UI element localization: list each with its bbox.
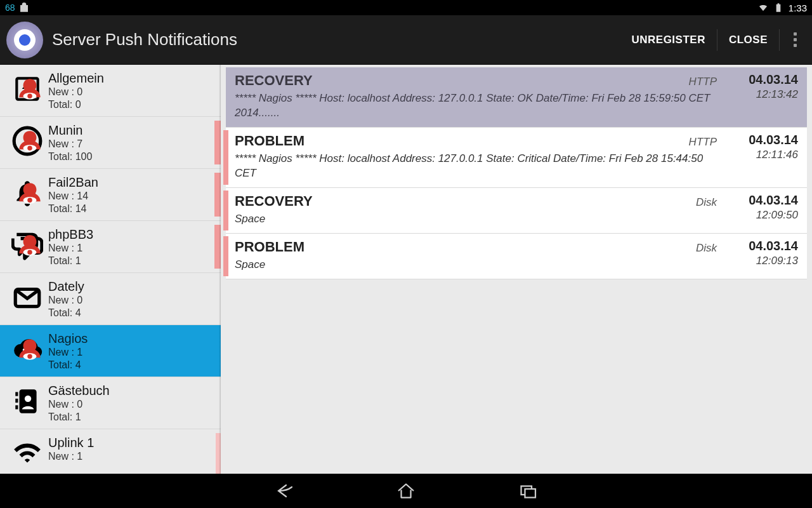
app-logo-icon bbox=[6, 22, 43, 58]
notification-time: 12:13:42 bbox=[730, 88, 798, 101]
sidebar-item-total: Total: 0 bbox=[48, 98, 214, 111]
notification-time: 12:09:13 bbox=[730, 255, 798, 267]
sidebar-item-total: Total: 4 bbox=[48, 359, 214, 371]
sidebar-item-name: Uplink 1 bbox=[48, 436, 214, 450]
sidebar-item-g-stebuch[interactable]: GästebuchNew : 0Total: 1 bbox=[0, 377, 221, 429]
play-store-icon bbox=[19, 3, 29, 13]
sidebar-item-name: Dately bbox=[48, 279, 214, 294]
notification-list: RECOVERYHTTP***** Nagios ***** Host: loc… bbox=[221, 65, 812, 474]
notification-date: 04.03.14 bbox=[730, 193, 798, 208]
status-time: 1:33 bbox=[789, 3, 807, 13]
eye-badge-icon bbox=[14, 337, 46, 368]
sidebar-item-new: New : 7 bbox=[48, 138, 214, 150]
notification-row[interactable]: PROBLEMDiskSpace04.03.1412:09:13 bbox=[226, 234, 807, 279]
eye-badge-icon bbox=[14, 180, 46, 212]
cloud-icon bbox=[6, 330, 48, 368]
notification-count: 68 bbox=[5, 3, 15, 13]
mail-icon bbox=[6, 278, 48, 316]
notification-body: ***** Nagios ***** Host: localhost Addre… bbox=[235, 152, 722, 181]
sidebar-item-name: phpBB3 bbox=[48, 227, 214, 242]
sidebar-item-fail2ban[interactable]: Fail2BanNew : 14Total: 14 bbox=[0, 169, 221, 221]
sidebar-item-name: Allgemein bbox=[48, 71, 214, 86]
eye-badge-icon bbox=[14, 232, 46, 264]
battery-icon bbox=[773, 3, 783, 13]
back-button[interactable] bbox=[271, 478, 298, 504]
notification-tag: Disk bbox=[696, 196, 722, 209]
close-button[interactable]: CLOSE bbox=[717, 34, 779, 46]
notification-body: Space bbox=[235, 258, 722, 272]
notification-date: 04.03.14 bbox=[730, 72, 798, 87]
sidebar-item-new: New : 0 bbox=[48, 86, 214, 98]
sidebar-item-name: Fail2Ban bbox=[48, 175, 214, 190]
wifi-icon bbox=[6, 434, 48, 472]
sidebar-item-new: New : 14 bbox=[48, 190, 214, 203]
sidebar-item-munin[interactable]: MuninNew : 7Total: 100 bbox=[0, 117, 221, 169]
wifi-icon bbox=[758, 3, 768, 13]
alert-icon bbox=[6, 122, 48, 160]
sidebar-item-nagios[interactable]: NagiosNew : 1Total: 4 bbox=[0, 325, 221, 377]
notification-tag: HTTP bbox=[689, 76, 722, 88]
notification-title: PROBLEM bbox=[235, 133, 304, 149]
sidebar-item-new: New : 0 bbox=[48, 398, 214, 411]
notification-date: 04.03.14 bbox=[730, 239, 798, 253]
sidebar-item-total: Total: 14 bbox=[48, 203, 214, 215]
notification-tag: HTTP bbox=[689, 136, 722, 149]
status-bar: 68 1:33 bbox=[0, 0, 812, 15]
sidebar-item-name: Nagios bbox=[48, 331, 214, 346]
sidebar-item-name: Gästebuch bbox=[48, 384, 214, 398]
sidebar-item-new: New : 1 bbox=[48, 346, 214, 359]
notification-title: RECOVERY bbox=[235, 72, 313, 89]
sidebar-item-total: Total: 4 bbox=[48, 307, 214, 319]
contact-icon bbox=[6, 382, 48, 420]
sidebar-item-name: Munin bbox=[48, 123, 214, 138]
overflow-menu-button[interactable] bbox=[780, 30, 806, 50]
download-icon bbox=[6, 70, 48, 108]
notification-title: PROBLEM bbox=[235, 239, 304, 255]
notification-time: 12:09:50 bbox=[730, 209, 798, 222]
sidebar-item-new: New : 0 bbox=[48, 294, 214, 307]
sidebar-item-uplink-1[interactable]: Uplink 1New : 1 bbox=[0, 429, 221, 474]
sidebar-item-new: New : 1 bbox=[48, 242, 214, 255]
unregister-button[interactable]: UNREGISTER bbox=[620, 34, 716, 46]
sidebar-item-phpbb3[interactable]: phpBB3New : 1Total: 1 bbox=[0, 221, 221, 273]
notification-body: Space bbox=[235, 212, 722, 227]
system-navigation-bar bbox=[0, 474, 812, 508]
chat-icon bbox=[6, 226, 48, 264]
notification-body: ***** Nagios ***** Host: localhost Addre… bbox=[235, 91, 722, 121]
app-title: Server Push Notifications bbox=[52, 30, 237, 50]
notification-time: 12:11:46 bbox=[730, 149, 798, 161]
home-button[interactable] bbox=[393, 478, 419, 504]
sidebar-item-total: Total: 1 bbox=[48, 411, 214, 424]
sidebar-item-new: New : 1 bbox=[48, 450, 214, 463]
notification-row[interactable]: PROBLEMHTTP***** Nagios ***** Host: loca… bbox=[226, 128, 807, 188]
notification-title: RECOVERY bbox=[235, 193, 313, 210]
sidebar-item-dately[interactable]: DatelyNew : 0Total: 4 bbox=[0, 273, 221, 325]
notification-row[interactable]: RECOVERYHTTP***** Nagios ***** Host: loc… bbox=[226, 67, 807, 128]
sidebar-item-total: Total: 100 bbox=[48, 150, 214, 163]
notification-tag: Disk bbox=[696, 242, 722, 255]
notification-row[interactable]: RECOVERYDiskSpace04.03.1412:09:50 bbox=[226, 188, 807, 234]
eye-badge-icon bbox=[14, 128, 46, 160]
eye-badge-icon bbox=[14, 76, 46, 108]
action-bar: Server Push Notifications UNREGISTER CLO… bbox=[0, 15, 812, 65]
bell-icon bbox=[6, 174, 48, 212]
sidebar-item-total: Total: 1 bbox=[48, 255, 214, 267]
recents-button[interactable] bbox=[514, 478, 541, 504]
svg-rect-1 bbox=[525, 489, 536, 498]
sidebar-item-allgemein[interactable]: AllgemeinNew : 0Total: 0 bbox=[0, 65, 221, 117]
sidebar: AllgemeinNew : 0Total: 0MuninNew : 7Tota… bbox=[0, 65, 221, 474]
notification-date: 04.03.14 bbox=[730, 133, 798, 147]
